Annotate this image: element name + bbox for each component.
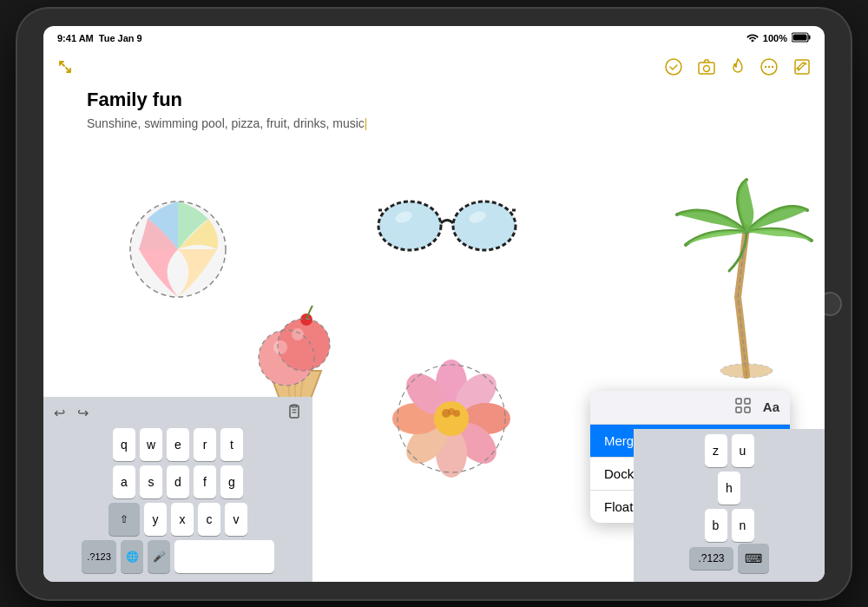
flower-sticker: [391, 358, 512, 479]
svg-point-7: [765, 66, 766, 68]
key-y[interactable]: y: [144, 503, 167, 536]
kb-toolbar-left: ↩ ↪: [54, 405, 89, 421]
key-v[interactable]: v: [225, 503, 247, 536]
key-w[interactable]: w: [140, 428, 162, 461]
svg-point-8: [768, 66, 770, 68]
key-t[interactable]: t: [220, 428, 243, 461]
svg-rect-56: [736, 407, 741, 412]
svg-point-5: [704, 66, 710, 72]
svg-point-48: [453, 410, 460, 417]
key-b[interactable]: b: [705, 509, 727, 542]
svg-point-32: [292, 328, 304, 340]
note-title: Family fun: [87, 89, 825, 111]
battery-text: 100%: [763, 33, 787, 43]
date: Tue Jan 9: [99, 33, 142, 43]
key-r[interactable]: r: [194, 428, 216, 461]
camera-icon[interactable]: [698, 59, 715, 79]
key-shift[interactable]: ⇧: [108, 503, 140, 536]
kb-right-row-1: z u: [637, 434, 821, 467]
svg-point-9: [772, 66, 773, 68]
flame-icon[interactable]: [731, 58, 745, 80]
key-mic[interactable]: 🎤: [148, 540, 170, 573]
svg-rect-2: [793, 34, 807, 40]
key-f[interactable]: f: [194, 465, 216, 498]
toolbar: [43, 50, 825, 89]
undo-icon[interactable]: ↩: [54, 405, 65, 421]
svg-point-3: [666, 59, 681, 75]
redo-icon[interactable]: ↪: [77, 405, 89, 421]
kb-row-4: .?123 🌐 🎤: [47, 540, 309, 573]
kb-bottom-row: .?123 ⌨: [637, 544, 821, 573]
collapse-icon[interactable]: [57, 61, 73, 78]
kb-row-1: q w e r t: [47, 428, 309, 461]
svg-rect-1: [809, 35, 811, 39]
status-right: 100%: [746, 32, 811, 44]
edit-icon[interactable]: [793, 58, 811, 80]
svg-rect-54: [736, 399, 741, 404]
key-x[interactable]: x: [171, 503, 194, 536]
key-z[interactable]: z: [705, 434, 727, 467]
key-e[interactable]: e: [167, 428, 189, 461]
keyboard: ↩ ↪ q w e r t: [43, 397, 312, 582]
key-c[interactable]: c: [198, 503, 220, 536]
kb-right-row-2: h: [637, 472, 821, 505]
kb-rows: q w e r t a s d f g ⇧ y x c: [47, 428, 309, 573]
key-num[interactable]: .?123: [82, 540, 116, 573]
kb-row-3: ⇧ y x c v: [47, 503, 309, 536]
palm-tree-sticker: [660, 175, 799, 349]
key-s[interactable]: s: [140, 465, 162, 498]
sunglasses-sticker: [373, 184, 521, 262]
status-bar: 9:41 AM Tue Jan 9 100%: [43, 26, 825, 50]
toolbar-left[interactable]: [57, 59, 73, 79]
svg-rect-57: [745, 407, 750, 412]
toolbar-icons: [665, 58, 811, 80]
svg-rect-55: [745, 399, 750, 404]
screen: 9:41 AM Tue Jan 9 100%: [43, 26, 825, 582]
key-space[interactable]: [174, 540, 274, 573]
grid-icon: [735, 398, 751, 417]
key-num-right[interactable]: .?123: [689, 547, 733, 570]
kb-right-hint: z u h b n .?123 ⌨: [634, 429, 825, 582]
key-a[interactable]: a: [113, 465, 135, 498]
battery-icon: [792, 32, 811, 44]
key-d[interactable]: d: [167, 465, 189, 498]
ipad-frame: 9:41 AM Tue Jan 9 100%: [17, 9, 851, 599]
kb-right-row-3: b n: [637, 509, 821, 542]
wifi-icon: [746, 32, 759, 43]
svg-point-24: [720, 364, 773, 378]
keyboard-toolbar: ↩ ↪: [47, 402, 309, 428]
svg-point-45: [434, 401, 469, 436]
key-keyboard-dismiss[interactable]: ⌨: [738, 544, 769, 573]
time: 9:41 AM: [57, 33, 94, 43]
status-left: 9:41 AM Tue Jan 9: [57, 33, 142, 43]
key-globe[interactable]: 🌐: [121, 540, 143, 573]
key-q[interactable]: q: [113, 428, 135, 461]
key-n[interactable]: n: [732, 509, 754, 542]
checkmark-icon[interactable]: [665, 58, 682, 80]
ellipsis-icon[interactable]: [760, 58, 778, 80]
clipboard-icon[interactable]: [286, 404, 302, 423]
kb-row-2: a s d f g: [47, 465, 309, 498]
beach-ball-sticker: [122, 193, 234, 306]
kb-right-rows: z u h b n: [637, 434, 821, 542]
context-menu-header: Aa: [590, 391, 790, 425]
key-u[interactable]: u: [732, 434, 754, 467]
svg-point-31: [273, 340, 287, 354]
note-subtitle: Sunshine, swimming pool, pizza, fruit, d…: [87, 116, 825, 130]
text-size-label[interactable]: Aa: [763, 399, 779, 414]
key-g[interactable]: g: [220, 465, 243, 498]
key-h[interactable]: h: [718, 472, 740, 505]
